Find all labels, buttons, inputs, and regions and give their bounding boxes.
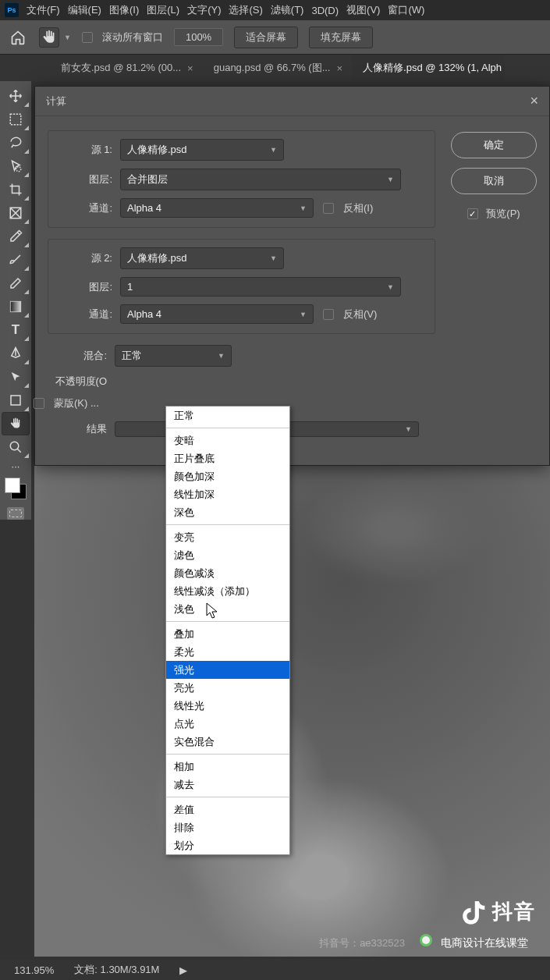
svg-rect-0	[10, 114, 21, 125]
blend-option[interactable]: 浅色	[166, 600, 289, 618]
tab-doc-1[interactable]: 前女友.psd @ 81.2% (00... ×	[50, 55, 203, 81]
blend-option-highlight[interactable]: 强光	[166, 661, 289, 679]
eraser-tool-icon[interactable]	[2, 272, 30, 295]
source2-group: 源 2: 人像精修.psd▼ 图层: 1▼ 通道: Alpha 4▼ 反相(V)	[48, 239, 435, 334]
dialog-titlebar: 计算 ×	[35, 87, 549, 116]
chevron-right-icon[interactable]: ▶	[179, 964, 187, 976]
menu-window[interactable]: 窗口(W)	[388, 3, 424, 17]
tiktok-label: 抖音	[492, 898, 536, 925]
blend-option[interactable]: 柔光	[166, 643, 289, 661]
blend-option[interactable]: 变亮	[166, 528, 289, 546]
color-swatch[interactable]	[5, 478, 27, 499]
blend-option[interactable]: 相加	[166, 758, 289, 776]
tiktok-watermark: 抖音	[463, 898, 536, 925]
fit-screen-button[interactable]: 适合屏幕	[234, 27, 298, 48]
blend-option[interactable]: 深色	[166, 503, 289, 521]
menu-layer[interactable]: 图层(L)	[147, 3, 179, 17]
eyedropper-tool-icon[interactable]	[2, 225, 30, 248]
preview-checkbox[interactable]: 预览(P)	[451, 207, 537, 221]
wechat-icon	[420, 934, 432, 946]
blend-option[interactable]: 亮光	[166, 679, 289, 697]
blend-option[interactable]: 差值	[166, 801, 289, 818]
blend-option[interactable]: 颜色加深	[166, 467, 289, 485]
quick-select-tool-icon[interactable]	[2, 154, 30, 178]
cancel-button[interactable]: 取消	[451, 168, 537, 194]
type-tool-icon[interactable]: T	[2, 318, 30, 342]
brush-tool-icon[interactable]	[2, 248, 30, 272]
blend-option[interactable]: 正常	[166, 407, 289, 424]
blend-option[interactable]: 变暗	[166, 431, 289, 449]
toolbox: T ···	[0, 81, 31, 520]
blend-label: 混合:	[48, 349, 115, 363]
blend-option[interactable]: 减去	[166, 776, 289, 794]
shape-tool-icon[interactable]	[2, 389, 30, 412]
path-select-tool-icon[interactable]	[2, 365, 30, 389]
marquee-tool-icon[interactable]	[2, 108, 30, 131]
edit-toolbar-icon[interactable]: ···	[2, 459, 30, 473]
hand-tool-icon[interactable]	[39, 27, 59, 48]
zoom-value[interactable]: 100%	[174, 28, 223, 46]
blend-option[interactable]: 线性光	[166, 697, 289, 715]
ps-logo-icon: Ps	[5, 3, 19, 17]
menu-type[interactable]: 文字(Y)	[187, 3, 221, 17]
chevron-down-icon[interactable]: ▼	[64, 34, 71, 41]
menu-file[interactable]: 文件(F)	[27, 3, 60, 17]
canvas-image[interactable]	[34, 421, 550, 957]
scroll-all-label: 滚动所有窗口	[102, 30, 163, 44]
blend-option[interactable]: 排除	[166, 818, 289, 836]
source1-channel-select[interactable]: Alpha 4▼	[120, 198, 314, 218]
quickmask-icon[interactable]	[7, 507, 24, 520]
blend-mode-select[interactable]: 正常▼	[115, 345, 232, 367]
blend-option[interactable]: 点光	[166, 715, 289, 733]
menu-select[interactable]: 选择(S)	[229, 3, 262, 17]
opacity-label: 不透明度(O	[48, 375, 115, 389]
menu-3d[interactable]: 3D(D)	[311, 5, 339, 16]
zoom-tool-icon[interactable]	[2, 435, 30, 459]
menu-view[interactable]: 视图(V)	[346, 3, 380, 17]
gradient-tool-icon[interactable]	[2, 295, 30, 318]
move-tool-icon[interactable]	[2, 84, 30, 108]
hand-tool-icon[interactable]	[2, 412, 30, 435]
blend-option[interactable]: 滤色	[166, 546, 289, 564]
tab-doc-2[interactable]: guang.psd @ 66.7% (图... ×	[203, 55, 352, 81]
source1-group: 源 1: 人像精修.psd▼ 图层: 合并图层▼ 通道: Alpha 4▼ 反相…	[48, 130, 435, 228]
invert1-checkbox[interactable]: 反相(I)	[323, 201, 373, 215]
close-icon[interactable]: ×	[187, 62, 193, 74]
layer-label: 图层:	[53, 172, 120, 186]
menu-image[interactable]: 图像(I)	[109, 3, 139, 17]
source2-label: 源 2:	[53, 251, 120, 265]
ok-button[interactable]: 确定	[451, 132, 537, 158]
close-icon[interactable]: ×	[530, 93, 538, 109]
menu-filter[interactable]: 滤镜(T)	[271, 3, 304, 17]
source2-layer-select[interactable]: 1▼	[120, 277, 401, 296]
blend-option[interactable]: 线性加深	[166, 485, 289, 503]
tab-doc-3[interactable]: 人像精修.psd @ 132% (1, Alph	[352, 55, 505, 81]
source1-layer-select[interactable]: 合并图层▼	[120, 169, 401, 190]
scroll-all-windows-checkbox[interactable]: 滚动所有窗口	[82, 30, 163, 44]
tiktok-id: 抖音号：ae332523	[319, 937, 405, 949]
lasso-tool-icon[interactable]	[2, 131, 30, 154]
blend-option[interactable]: 线性减淡（添加）	[166, 582, 289, 600]
status-zoom[interactable]: 131.95%	[14, 964, 54, 976]
frame-tool-icon[interactable]	[2, 201, 30, 225]
blend-option[interactable]: 叠加	[166, 625, 289, 643]
blend-option[interactable]: 颜色减淡	[166, 564, 289, 582]
blend-option[interactable]: 划分	[166, 836, 289, 854]
source2-channel-select[interactable]: Alpha 4▼	[120, 304, 314, 324]
source1-file-select[interactable]: 人像精修.psd▼	[120, 139, 284, 161]
close-icon[interactable]: ×	[336, 62, 342, 74]
source2-file-select[interactable]: 人像精修.psd▼	[120, 247, 284, 269]
mask-checkbox[interactable]: 蒙版(K) ...	[34, 396, 99, 410]
crop-tool-icon[interactable]	[2, 178, 30, 201]
tiktok-icon	[463, 899, 486, 925]
blend-option[interactable]: 正片叠底	[166, 449, 289, 467]
home-icon[interactable]	[8, 27, 28, 48]
invert2-checkbox[interactable]: 反相(V)	[323, 307, 377, 321]
pen-tool-icon[interactable]	[2, 342, 30, 365]
preview-label: 预览(P)	[486, 207, 520, 221]
options-bar: ▼ 滚动所有窗口 100% 适合屏幕 填充屏幕	[0, 20, 550, 55]
status-doc[interactable]: 文档: 1.30M/3.91M	[74, 963, 159, 977]
fill-screen-button[interactable]: 填充屏幕	[309, 27, 373, 48]
menu-edit[interactable]: 编辑(E)	[68, 3, 101, 17]
blend-option[interactable]: 实色混合	[166, 733, 289, 751]
